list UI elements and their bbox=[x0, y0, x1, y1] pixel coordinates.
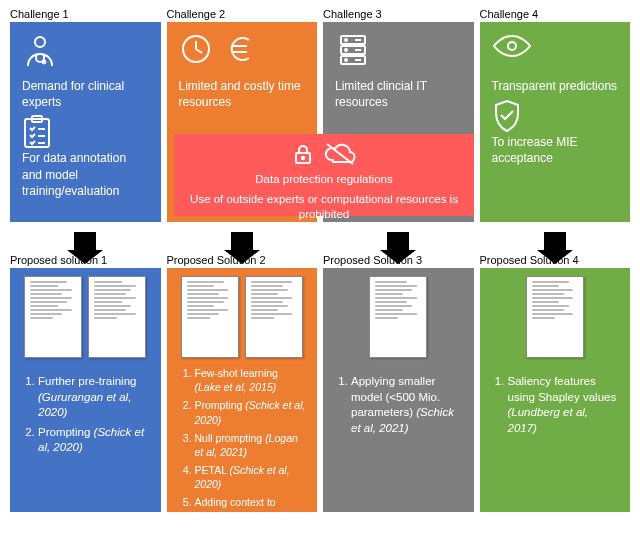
solution-4-list: Saliency features using Shapley values (… bbox=[490, 374, 621, 440]
paper-thumb bbox=[526, 276, 584, 358]
challenge-4-heading: Challenge 4 bbox=[480, 8, 631, 20]
challenge-3-heading: Challenge 3 bbox=[323, 8, 474, 20]
challenges-row: Demand for clinical experts For data ann… bbox=[10, 22, 630, 222]
arrow-down-icon bbox=[231, 232, 253, 250]
list-item: Few-shot learning (Lake et al, 2015) bbox=[195, 366, 308, 394]
svg-point-0 bbox=[35, 37, 45, 47]
svg-rect-12 bbox=[296, 153, 310, 163]
list-item: Prompting (Schick et al, 2020) bbox=[195, 398, 308, 426]
solution-1-thumbs bbox=[20, 276, 151, 366]
solution-2-list: Few-shot learning (Lake et al, 2015) Pro… bbox=[177, 366, 308, 528]
solution-4-card: Saliency features using Shapley values (… bbox=[480, 268, 631, 512]
checklist-icon bbox=[22, 115, 52, 151]
svg-point-13 bbox=[302, 157, 304, 159]
solution-2-thumbs bbox=[177, 276, 308, 358]
data-protection-overlay: Data protection regulations Use of outsi… bbox=[174, 134, 474, 216]
list-item: Applying smaller model (<500 Mio. parame… bbox=[351, 374, 464, 436]
paper-thumb bbox=[245, 276, 303, 358]
diagram-root: Challenge 1 Challenge 2 Challenge 3 Chal… bbox=[0, 0, 640, 548]
solutions-row: Further pre-training (Gururangan et al, … bbox=[10, 268, 630, 512]
svg-point-10 bbox=[345, 59, 347, 61]
paper-thumb bbox=[24, 276, 82, 358]
paper-thumb bbox=[369, 276, 427, 358]
euro-icon bbox=[225, 32, 259, 68]
challenge-4-text-b: To increase MIE acceptance bbox=[492, 134, 619, 166]
list-item: PETAL (Schick et al, 2020) bbox=[195, 463, 308, 491]
list-item: Prompting (Schick et al, 2020) bbox=[38, 425, 151, 456]
shield-check-icon bbox=[492, 99, 522, 135]
list-item: Further pre-training (Gururangan et al, … bbox=[38, 374, 151, 421]
solution-2-card: Few-shot learning (Lake et al, 2015) Pro… bbox=[167, 268, 318, 512]
svg-point-9 bbox=[345, 49, 347, 51]
eye-icon bbox=[492, 32, 532, 62]
doctor-icon bbox=[22, 32, 58, 70]
challenge-1-text-a: Demand for clinical experts bbox=[22, 78, 149, 110]
solution-3-list: Applying smaller model (<500 Mio. parame… bbox=[333, 374, 464, 440]
paper-thumb bbox=[88, 276, 146, 358]
list-item: Null prompting (Logan et al, 2021) bbox=[195, 431, 308, 459]
solution-1-list: Further pre-training (Gururangan et al, … bbox=[20, 374, 151, 460]
clock-icon bbox=[179, 32, 213, 68]
svg-point-8 bbox=[345, 39, 347, 41]
challenge-1-heading: Challenge 1 bbox=[10, 8, 161, 20]
challenge-headings-row: Challenge 1 Challenge 2 Challenge 3 Chal… bbox=[10, 8, 630, 20]
list-item: Adding context to model input bbox=[195, 495, 308, 523]
solution-1-card: Further pre-training (Gururangan et al, … bbox=[10, 268, 161, 512]
solution-3-thumbs bbox=[333, 276, 464, 366]
arrow-down-icon bbox=[387, 232, 409, 250]
arrow-down-icon bbox=[74, 232, 96, 250]
challenge-2-text: Limited and costly time resources bbox=[179, 78, 306, 110]
challenge-1-card: Demand for clinical experts For data ann… bbox=[10, 22, 161, 222]
svg-point-11 bbox=[508, 42, 516, 50]
challenge-1-text-b: For data annotation and model training/e… bbox=[22, 150, 149, 199]
overlay-line2: Use of outside experts or computational … bbox=[184, 192, 464, 223]
challenge-3-text: Limited clincial IT resources bbox=[335, 78, 462, 110]
no-cloud-icon bbox=[323, 142, 357, 168]
svg-point-1 bbox=[43, 61, 46, 64]
challenge-2-heading: Challenge 2 bbox=[167, 8, 318, 20]
svg-rect-2 bbox=[25, 119, 49, 147]
list-item: Saliency features using Shapley values (… bbox=[508, 374, 621, 436]
paper-thumb bbox=[181, 276, 239, 358]
server-icon bbox=[335, 32, 371, 70]
arrows-row bbox=[10, 232, 630, 250]
challenge-4-text-a: Transparent predictions bbox=[492, 78, 619, 94]
challenge-4-card: Transparent predictions To increase MIE … bbox=[480, 22, 631, 222]
arrow-down-icon bbox=[544, 232, 566, 250]
overlay-line1: Data protection regulations bbox=[255, 172, 392, 188]
lock-icon bbox=[291, 142, 315, 168]
solution-3-card: Applying smaller model (<500 Mio. parame… bbox=[323, 268, 474, 512]
solution-4-thumbs bbox=[490, 276, 621, 366]
